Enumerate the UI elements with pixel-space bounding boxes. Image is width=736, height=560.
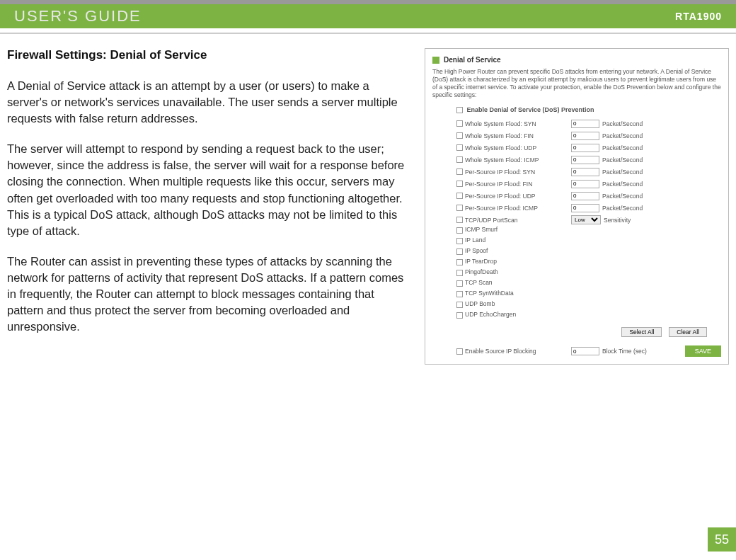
- rate-option-input[interactable]: [571, 156, 599, 164]
- rate-option-checkbox[interactable]: [456, 181, 463, 187]
- simple-option-label: UDP Bomb: [465, 300, 495, 307]
- select-clear-row: Select All Clear All: [456, 327, 707, 337]
- source-block-checkbox[interactable]: [456, 348, 463, 355]
- simple-option-label: UDP EchoChargen: [465, 311, 516, 318]
- source-block-row: Enable Source IP Blocking Block Time (se…: [456, 347, 721, 355]
- simple-option-checkbox[interactable]: [456, 291, 463, 297]
- enable-dos-checkbox[interactable]: [456, 107, 463, 113]
- shot-title: Denial of Service: [444, 56, 501, 64]
- rate-option-unit: Packet/Second: [602, 181, 643, 188]
- rate-option-label: Whole System Flood: UDP: [465, 144, 571, 152]
- simple-option-row: UDP EchoChargen: [456, 311, 721, 321]
- simple-option-label: IP Land: [465, 236, 485, 244]
- simple-option-checkbox[interactable]: [456, 312, 463, 319]
- rate-option-input[interactable]: [571, 168, 599, 176]
- rate-option-unit: Packet/Second: [602, 205, 643, 212]
- rate-option-checkbox[interactable]: [456, 168, 463, 175]
- rate-option-row: Per-Source IP Flood: SYNPacket/Second: [456, 166, 721, 178]
- rate-option-label: Per-Source IP Flood: UDP: [465, 193, 571, 200]
- rate-option-label: Per-Source IP Flood: FIN: [465, 181, 571, 188]
- simple-option-row: TCP SynWithData: [456, 290, 721, 300]
- rate-option-input[interactable]: [571, 132, 599, 140]
- rate-option-checkbox[interactable]: [456, 120, 463, 127]
- rate-option-input[interactable]: [571, 120, 599, 128]
- rate-option-label: Whole System Flood: FIN: [465, 132, 571, 139]
- rate-option-unit: Packet/Second: [602, 132, 643, 139]
- header-model: RTA1900: [675, 11, 722, 22]
- rate-option-unit: Packet/Second: [602, 193, 643, 200]
- rate-option-checkbox[interactable]: [456, 144, 463, 151]
- rate-option-checkbox[interactable]: [456, 132, 463, 139]
- header-title: USER'S GUIDE: [14, 7, 142, 25]
- rate-option-label: Per-Source IP Flood: ICMP: [465, 205, 571, 212]
- simple-option-label: TCP SynWithData: [465, 290, 514, 297]
- simple-option-checkbox[interactable]: [456, 270, 463, 276]
- title-marker-icon: [432, 57, 439, 64]
- portscan-checkbox[interactable]: [456, 217, 463, 223]
- simple-option-row: UDP Bomb: [456, 300, 721, 311]
- rate-option-input[interactable]: [571, 204, 599, 212]
- rate-option-checkbox[interactable]: [456, 193, 463, 199]
- shot-title-row: Denial of Service: [432, 56, 721, 64]
- simple-option-checkbox[interactable]: [456, 302, 463, 308]
- paragraph-3: The Router can assist in preventing thes…: [7, 253, 412, 335]
- rate-option-row: Whole System Flood: ICMPPacket/Second: [456, 154, 721, 166]
- rate-option-row: Per-Source IP Flood: FINPacket/Second: [456, 178, 721, 190]
- portscan-label: TCP/UDP PortScan: [465, 217, 571, 224]
- rate-option-checkbox[interactable]: [456, 205, 463, 211]
- rate-option-row: Whole System Flood: FINPacket/Second: [456, 130, 721, 142]
- clear-all-button[interactable]: Clear All: [669, 327, 707, 337]
- rate-option-label: Per-Source IP Flood: SYN: [465, 168, 571, 176]
- simple-option-row: IP TearDrop: [456, 258, 721, 268]
- rate-option-row: Whole System Flood: SYNPacket/Second: [456, 118, 721, 130]
- page-number: 55: [708, 527, 736, 552]
- simple-option-checkbox[interactable]: [456, 227, 463, 234]
- rate-option-input[interactable]: [571, 192, 599, 200]
- simple-option-row: IP Land: [456, 236, 721, 247]
- header-bar: USER'S GUIDE RTA1900: [0, 0, 736, 28]
- rate-option-input[interactable]: [571, 144, 599, 152]
- rate-option-checkbox[interactable]: [456, 156, 463, 163]
- shot-description: The High Power Router can prevent specif…: [432, 68, 721, 99]
- rate-option-label: Whole System Flood: ICMP: [465, 156, 571, 164]
- simple-option-row: PingofDeath: [456, 268, 721, 279]
- simple-option-row: IP Spoof: [456, 247, 721, 258]
- enable-dos-row: Enable Denial of Service (DoS) Preventio…: [456, 106, 721, 113]
- rate-option-row: Whole System Flood: UDPPacket/Second: [456, 142, 721, 154]
- save-button[interactable]: SAVE: [685, 345, 721, 357]
- simple-option-label: IP TearDrop: [465, 258, 497, 265]
- embedded-screenshot: Denial of Service The High Power Router …: [425, 48, 729, 365]
- paragraph-1: A Denial of Service attack is an attempt…: [7, 78, 412, 127]
- enable-dos-label: Enable Denial of Service (DoS) Preventio…: [467, 106, 594, 113]
- rate-option-unit: Packet/Second: [602, 144, 643, 152]
- portscan-unit: Sensitivity: [604, 217, 631, 224]
- portscan-row: TCP/UDP PortScan Low Sensitivity: [456, 214, 721, 226]
- source-block-unit: Block Time (sec): [602, 348, 647, 355]
- simple-option-checkbox[interactable]: [456, 248, 463, 255]
- simple-option-checkbox[interactable]: [456, 238, 463, 244]
- rate-option-row: Per-Source IP Flood: UDPPacket/Second: [456, 190, 721, 202]
- simple-option-checkbox[interactable]: [456, 259, 463, 265]
- rate-option-input[interactable]: [571, 180, 599, 188]
- rate-option-label: Whole System Flood: SYN: [465, 120, 571, 127]
- simple-option-checkbox[interactable]: [456, 280, 463, 287]
- rate-option-unit: Packet/Second: [602, 156, 643, 164]
- section-heading: Firewall Settings: Denial of Service: [7, 48, 412, 62]
- simple-option-label: TCP Scan: [465, 279, 493, 286]
- portscan-sensitivity-select[interactable]: Low: [571, 215, 601, 224]
- rate-option-unit: Packet/Second: [602, 168, 643, 176]
- simple-option-label: IP Spoof: [465, 247, 488, 254]
- source-block-label: Enable Source IP Blocking: [465, 348, 571, 355]
- select-all-button[interactable]: Select All: [621, 327, 662, 337]
- text-column: Firewall Settings: Denial of Service A D…: [7, 48, 412, 365]
- rate-option-unit: Packet/Second: [602, 120, 643, 127]
- simple-option-row: TCP Scan: [456, 279, 721, 290]
- rate-option-row: Per-Source IP Flood: ICMPPacket/Second: [456, 202, 721, 214]
- source-block-input[interactable]: [571, 347, 599, 355]
- content-area: Firewall Settings: Denial of Service A D…: [0, 34, 736, 365]
- simple-option-label: ICMP Smurf: [465, 226, 498, 233]
- simple-option-label: PingofDeath: [465, 268, 498, 275]
- options-block: Enable Denial of Service (DoS) Preventio…: [456, 106, 721, 355]
- simple-option-row: ICMP Smurf: [456, 226, 721, 236]
- paragraph-2: The server will attempt to respond by se…: [7, 141, 412, 239]
